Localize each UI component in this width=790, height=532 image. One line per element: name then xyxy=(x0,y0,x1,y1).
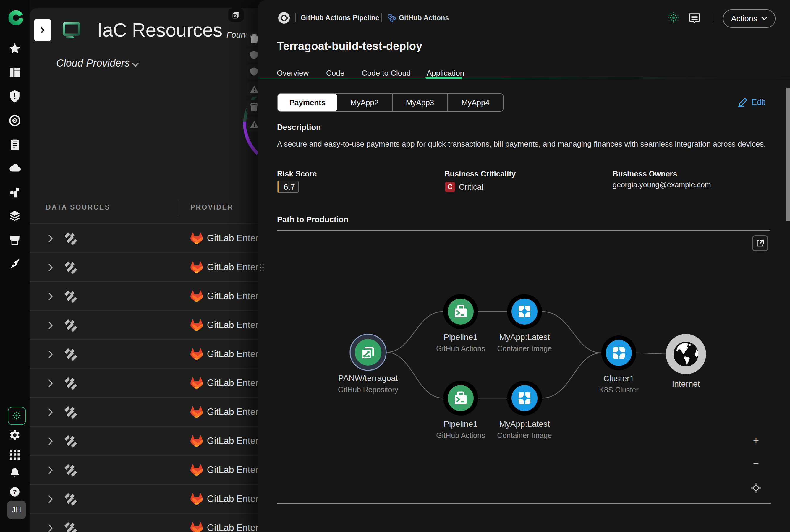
svg-text:?: ? xyxy=(13,488,17,496)
